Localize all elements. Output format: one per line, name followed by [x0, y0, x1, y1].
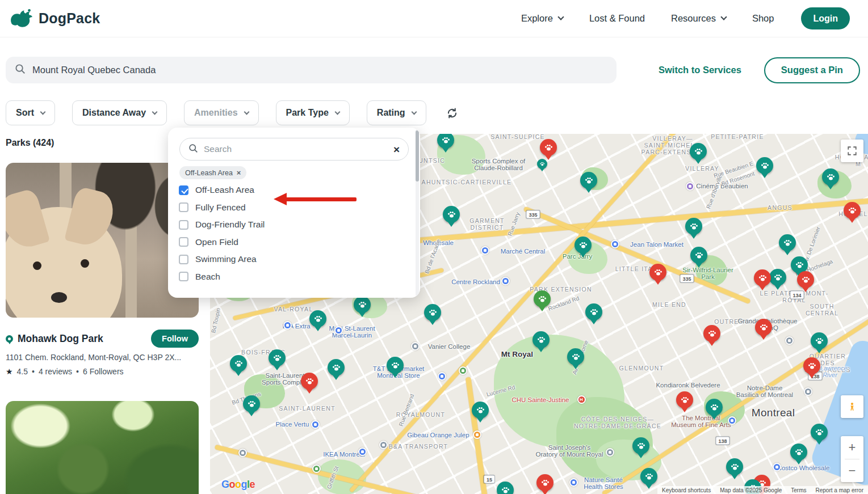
follow-button[interactable]: Follow [151, 330, 199, 348]
dog-photo-placeholder [6, 207, 122, 318]
filter-row: Sort Distance Away Amenities Park Type R… [6, 100, 868, 125]
map-pin-teal[interactable] [532, 331, 550, 348]
checkbox[interactable] [179, 237, 188, 247]
reviews-count[interactable]: 4 reviews [39, 367, 72, 376]
map-pin-red[interactable] [755, 319, 772, 336]
terms-link[interactable]: Terms [791, 487, 806, 493]
zoom-in-button[interactable]: + [841, 436, 863, 459]
map-pin-teal[interactable] [811, 424, 828, 441]
search-bar[interactable] [6, 57, 617, 83]
map-pin-red[interactable] [797, 271, 814, 288]
map-pin-teal[interactable] [756, 157, 773, 174]
dot-separator: • [76, 367, 79, 376]
map-pin-teal[interactable] [437, 134, 454, 149]
map-pin-red[interactable] [676, 391, 693, 408]
amenity-option-label: Open Field [195, 237, 238, 247]
filter-distance-away[interactable]: Distance Away [72, 100, 167, 125]
keyboard-shortcuts-link[interactable]: Keyboard shortcuts [662, 487, 711, 493]
map-pin-teal[interactable] [243, 395, 260, 412]
map-pin-teal[interactable] [387, 357, 404, 374]
map-pin-teal[interactable] [269, 349, 286, 366]
map-pin-red[interactable] [844, 202, 861, 219]
map-pin-teal[interactable] [769, 269, 786, 286]
map-pin-teal[interactable] [328, 359, 345, 376]
map-pin-teal[interactable] [822, 168, 839, 185]
checkbox[interactable] [179, 272, 188, 281]
map-pin-teal[interactable] [706, 399, 723, 416]
filter-rating[interactable]: Rating [367, 100, 426, 125]
amenity-option[interactable]: Dog-Friendly Trail [168, 216, 420, 234]
filter-amenities[interactable]: Amenities [184, 100, 258, 125]
map-pin-red[interactable] [703, 325, 720, 342]
nav-explore[interactable]: Explore [521, 13, 563, 24]
checkbox[interactable] [179, 220, 188, 230]
checkbox[interactable] [179, 255, 188, 264]
amenity-chip[interactable]: Off-Leash Area × [179, 166, 246, 179]
scrollbar-thumb[interactable] [416, 130, 419, 181]
map-pin-teal[interactable] [472, 402, 489, 419]
map-pin-teal[interactable] [632, 437, 649, 454]
map-pin-teal[interactable] [640, 468, 657, 485]
dog-logo-icon [8, 6, 34, 31]
nav-lost-and-found[interactable]: Lost & Found [589, 13, 645, 24]
filter-sort[interactable]: Sort [6, 100, 55, 125]
nav-resources[interactable]: Resources [671, 13, 726, 24]
map-pin-teal[interactable] [779, 234, 796, 251]
map-pin-teal[interactable] [424, 304, 441, 321]
map-data-copyright: Map data ©2025 Google [720, 487, 782, 493]
map-pin-red[interactable] [540, 139, 557, 156]
map-pin-teal[interactable] [790, 444, 807, 461]
map-pin-teal[interactable] [726, 458, 743, 475]
refresh-icon[interactable] [443, 104, 462, 122]
dogpack-logo[interactable]: DogPack [8, 6, 100, 31]
zoom-control: + − [841, 436, 863, 482]
map-pin-red[interactable] [649, 264, 666, 281]
map-pin-red[interactable] [536, 474, 553, 491]
suggest-a-pin-button[interactable]: Suggest a Pin [764, 57, 860, 83]
clear-search-icon[interactable]: × [393, 144, 400, 155]
park-photo[interactable] [6, 401, 199, 494]
login-button[interactable]: Login [801, 7, 850, 29]
park-card[interactable] [6, 401, 199, 494]
map-pin-red[interactable] [803, 357, 820, 374]
map-pin-teal[interactable] [354, 296, 371, 313]
map-pin-green[interactable] [534, 290, 551, 307]
nav-shop[interactable]: Shop [752, 13, 774, 24]
map-pin-teal[interactable] [309, 310, 326, 327]
chip-close-icon[interactable]: × [237, 168, 241, 177]
amenities-search-input[interactable] [204, 144, 388, 154]
park-name: Mohawk Dog Park [18, 333, 103, 345]
map-pin-teal[interactable] [537, 159, 547, 169]
map-pin-red[interactable] [754, 269, 771, 286]
scrollbar[interactable] [416, 129, 419, 296]
dropdown-search[interactable]: × [179, 138, 409, 161]
map-pin-teal[interactable] [585, 303, 602, 320]
search-input[interactable] [32, 65, 607, 75]
park-meta: ★ 4.5 • 4 reviews • 6 Followers [6, 367, 199, 376]
map-pin-teal[interactable] [230, 355, 247, 372]
amenity-option[interactable]: Swimming Area [168, 251, 420, 268]
map-pin-teal[interactable] [690, 247, 707, 264]
pegman-street-view[interactable] [841, 395, 863, 418]
fullscreen-button[interactable] [841, 140, 863, 162]
map-pin-teal[interactable] [443, 206, 460, 223]
amenity-option[interactable]: Fully Fenced [168, 199, 420, 217]
map-pin-teal[interactable] [497, 482, 514, 494]
map-pin-teal[interactable] [811, 332, 828, 349]
switch-to-services-link[interactable]: Switch to Services [659, 65, 741, 75]
amenity-option[interactable]: Off-Leash Area [168, 181, 420, 199]
google-logo[interactable]: Google [221, 479, 255, 491]
map-pin-red[interactable] [301, 373, 318, 390]
amenity-option[interactable]: Beach [168, 268, 420, 286]
report-map-error-link[interactable]: Report a map error [816, 487, 863, 493]
map-pin-teal[interactable] [580, 172, 597, 189]
map-pin-teal[interactable] [575, 237, 592, 254]
checkbox[interactable] [179, 202, 188, 212]
amenity-option[interactable]: Open Field [168, 234, 420, 251]
checkbox-checked[interactable] [179, 185, 188, 195]
zoom-out-button[interactable]: − [841, 459, 863, 482]
map-pin-teal[interactable] [690, 143, 707, 160]
filter-park-type[interactable]: Park Type [276, 100, 350, 125]
map-pin-teal[interactable] [567, 348, 584, 365]
map-pin-teal[interactable] [685, 218, 702, 235]
